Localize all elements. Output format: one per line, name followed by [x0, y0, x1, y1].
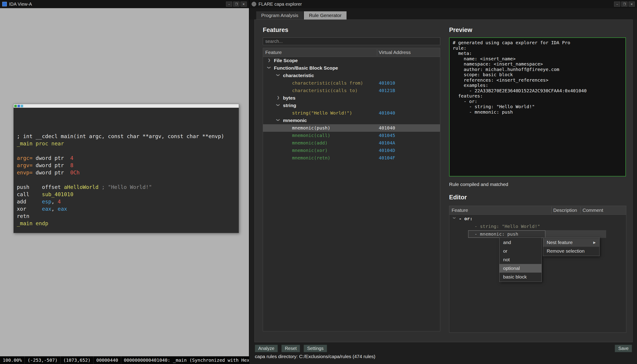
capa-explorer-icon	[252, 2, 256, 6]
close-icon[interactable]: ✕	[628, 2, 635, 6]
code-token: 8	[70, 162, 73, 168]
disassembly-line[interactable]: argv= dword ptr 8	[17, 162, 239, 169]
editor-row[interactable]: - string: "Hello World!"	[449, 222, 626, 230]
restore-icon[interactable]: ❐	[233, 2, 239, 6]
code-token: ; "Hello World!"	[102, 184, 152, 190]
feature-label: Function/Basic Block Scope	[274, 65, 338, 71]
reset-button[interactable]: Reset	[281, 345, 300, 352]
disassembly-line[interactable]: retn	[17, 212, 239, 220]
capa-explorer-window: FLARE capa explorer – ❐ ✕ Program Analys…	[249, 0, 637, 364]
menu-item-remove-selection[interactable]: Remove selection	[543, 247, 599, 255]
feature-row[interactable]: characteristic(calls to)40121B	[263, 87, 440, 94]
column-header-virtual-address[interactable]: Virtual Address	[379, 50, 411, 55]
virtual-address[interactable]: 401040	[379, 110, 395, 116]
feature-row[interactable]: ❯Function/Basic Block Scope	[263, 64, 440, 72]
settings-button[interactable]: Settings	[304, 345, 327, 352]
graph-overview-icon	[14, 105, 17, 107]
menu-item-or[interactable]: or	[499, 247, 541, 255]
save-button[interactable]: Save	[615, 345, 632, 352]
tab-rule-generator[interactable]: Rule Generator	[304, 11, 347, 20]
disassembly-line[interactable]: envp= dword ptr 0Ch	[17, 169, 239, 176]
chevron-down-icon[interactable]: ❯	[276, 118, 280, 122]
chevron-down-icon[interactable]: ❯	[276, 73, 280, 77]
chevron-down-icon[interactable]: ❯	[452, 216, 456, 220]
chevron-right-icon[interactable]: ❯	[276, 96, 280, 100]
column-header-description[interactable]: Description	[553, 208, 577, 213]
disassembly-line[interactable]: add esp, 4	[17, 198, 239, 205]
feature-row[interactable]: mnemonic(retn)40104F	[263, 154, 440, 162]
editor-row[interactable]: ❯- or:	[449, 215, 626, 222]
feature-row[interactable]: ❯string	[263, 102, 440, 109]
restore-icon[interactable]: ❐	[621, 2, 627, 6]
feature-row[interactable]: mnemonic(xor)40104D	[263, 147, 440, 154]
code-token: ; int __cdecl main(int argc, const char …	[17, 133, 224, 139]
virtual-address[interactable]: 401010	[379, 80, 395, 86]
disassembly-line[interactable]: argc= dword ptr 4	[17, 154, 239, 162]
features-table-header[interactable]: Feature Virtual Address	[263, 48, 440, 57]
status-segment: 00000440	[94, 356, 121, 364]
disassembly-line[interactable]: call sub_401010	[17, 191, 239, 198]
column-header-feature[interactable]: Feature	[265, 50, 282, 55]
feature-label: mnemonic(push)	[292, 125, 330, 131]
column-header-comment[interactable]: Comment	[582, 208, 603, 213]
capa-titlebar[interactable]: FLARE capa explorer – ❐ ✕	[249, 0, 637, 8]
disassembly-line[interactable]: _main proc near	[17, 140, 239, 147]
disassembly-line[interactable]: push offset aHelloWorld ; "Hello World!"	[17, 184, 239, 191]
feature-row[interactable]: characteristic(calls from)401010	[263, 80, 440, 87]
code-token	[33, 140, 36, 146]
code-token: argc=	[17, 155, 33, 161]
column-header-feature[interactable]: Feature	[452, 208, 468, 213]
ida-view-window: IDA View-A – ❐ ✕ ; int __cdecl main(int …	[0, 0, 249, 364]
view-mode-icon	[18, 105, 20, 107]
code-token	[29, 192, 42, 197]
virtual-address[interactable]: 40121B	[379, 88, 395, 93]
code-token: dword ptr	[33, 155, 70, 161]
virtual-address[interactable]: 40104F	[379, 155, 395, 160]
feature-row[interactable]: mnemonic(push)401040	[263, 124, 440, 132]
code-token: envp=	[17, 170, 33, 176]
menu-item-basic-block[interactable]: basic block	[499, 272, 541, 281]
tab-program-analysis[interactable]: Program Analysis	[256, 11, 303, 20]
code-token: eax	[42, 206, 52, 212]
minimize-icon[interactable]: –	[226, 2, 232, 6]
search-input[interactable]	[263, 38, 440, 45]
menu-item-nest-feature[interactable]: Nest feature▶	[543, 238, 599, 247]
features-table: Feature Virtual Address ❯File Scope❯Func…	[263, 48, 440, 331]
feature-row[interactable]: mnemonic(add)40104A	[263, 139, 440, 147]
editor-table-header[interactable]: Feature Description Comment	[449, 206, 626, 215]
virtual-address[interactable]: 40104D	[379, 148, 395, 153]
virtual-address[interactable]: 401045	[379, 133, 395, 138]
editor-feature-label: - or:	[459, 216, 472, 221]
editor-row[interactable]: - mnemonic: push	[449, 230, 626, 238]
ida-titlebar[interactable]: IDA View-A – ❐ ✕	[0, 0, 249, 8]
feature-row[interactable]: string("Hello World!")401040	[263, 109, 440, 117]
disassembly-line[interactable]: _main endp	[17, 220, 239, 227]
feature-row[interactable]: mnemonic(call)401045	[263, 132, 440, 139]
virtual-address[interactable]: 40104A	[379, 140, 395, 146]
rule-status-text: Rule compiled and matched	[449, 182, 508, 187]
rule-preview-editor[interactable]: # generated using capa explorer for IDA …	[449, 38, 626, 176]
disassembly-line[interactable]: xor eax, eax	[17, 205, 239, 212]
virtual-address[interactable]: 401040	[379, 125, 395, 131]
disassembly-line[interactable]: ; int __cdecl main(int argc, const char …	[17, 133, 239, 140]
minimize-icon[interactable]: –	[614, 2, 620, 6]
feature-row[interactable]: ❯File Scope	[263, 57, 440, 64]
analyze-button[interactable]: Analyze	[255, 345, 278, 352]
chevron-down-icon[interactable]: ❯	[267, 66, 271, 70]
chevron-right-icon[interactable]: ❯	[267, 58, 271, 62]
close-icon[interactable]: ✕	[241, 2, 247, 6]
chevron-down-icon[interactable]: ❯	[276, 103, 280, 107]
disassembly-line[interactable]	[17, 176, 239, 184]
code-token: add	[17, 199, 26, 204]
feature-row[interactable]: ❯bytes	[263, 94, 440, 102]
menu-item-optional[interactable]: optional	[499, 264, 541, 272]
feature-row[interactable]: ❯mnemonic	[263, 117, 440, 124]
disassembly-view[interactable]: ; int __cdecl main(int argc, const char …	[14, 104, 239, 233]
feature-row[interactable]: ❯characteristic	[263, 72, 440, 80]
menu-item-not[interactable]: not	[499, 255, 541, 264]
menu-item-and[interactable]: and	[499, 238, 541, 247]
disassembly-code[interactable]: ; int __cdecl main(int argc, const char …	[14, 108, 239, 233]
code-token: push	[17, 184, 29, 190]
feature-label: mnemonic(xor)	[292, 148, 328, 153]
disassembly-line[interactable]	[17, 147, 239, 154]
